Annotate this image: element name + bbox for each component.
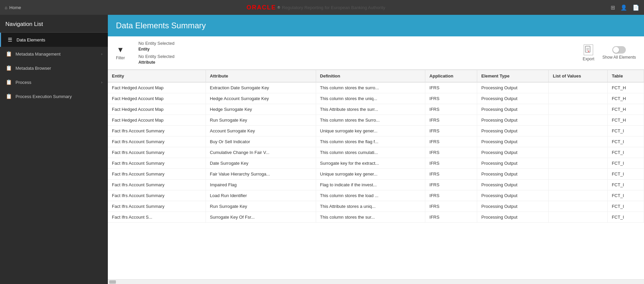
entity-row: No Entity Selected Entity bbox=[139, 40, 175, 52]
sidebar-item-process[interactable]: 📋 Process › bbox=[0, 75, 108, 89]
table-row[interactable]: Fact Ifrs Account SummaryDate Surrogate … bbox=[108, 158, 644, 168]
table-cell-11-1: Run Surrogate Key bbox=[206, 201, 316, 212]
sidebar-item-process-execution-summary-label: Process Execution Summary bbox=[16, 94, 102, 99]
entity-value: No Entity Selected bbox=[139, 40, 175, 46]
table-row[interactable]: Fact Ifrs Account S...Surrogate Key Of F… bbox=[108, 212, 644, 222]
table-header-row: Entity Attribute Definition Application … bbox=[108, 70, 644, 82]
entity-section: No Entity Selected Entity No Entity Sele… bbox=[139, 40, 175, 65]
table-cell-1-1: Hedge Account Surrogate Key bbox=[206, 93, 316, 104]
sidebar-item-process-execution-summary[interactable]: 📋 Process Execution Summary bbox=[0, 89, 108, 103]
export-icon: X bbox=[584, 44, 593, 55]
entity-label: Entity bbox=[139, 46, 175, 52]
data-table: Entity Attribute Definition Application … bbox=[108, 70, 644, 223]
table-cell-1-2: This column stores the uniq... bbox=[316, 93, 425, 104]
export-button[interactable]: X Export bbox=[583, 44, 594, 61]
table-cell-11-2: This Attribute stores a uniq... bbox=[316, 201, 425, 212]
table-cell-8-5 bbox=[549, 168, 608, 179]
table-row[interactable]: Fact Ifrs Account SummaryAccount Surroga… bbox=[108, 125, 644, 136]
table-cell-6-4: Processing Output bbox=[477, 147, 549, 158]
oracle-logo: ORACLE bbox=[246, 4, 276, 11]
table-row[interactable]: Fact Hedged Account MapHedge Account Sur… bbox=[108, 93, 644, 104]
table-cell-12-3: IFRS bbox=[425, 212, 477, 222]
top-bar-icons: ⊞ 👤 📄 bbox=[611, 4, 639, 11]
table-cell-5-2: This column stores the flag f... bbox=[316, 136, 425, 147]
table-cell-12-6: FCT_I bbox=[608, 212, 644, 222]
help-icon[interactable]: 📄 bbox=[633, 4, 639, 11]
sidebar-item-metadata-management[interactable]: 📋 Metadata Management › bbox=[0, 47, 108, 61]
process-execution-icon: 📋 bbox=[5, 93, 12, 99]
table-cell-0-6: FCT_H bbox=[608, 82, 644, 93]
oracle-registered: ® bbox=[277, 6, 280, 9]
table-cell-3-1: Run Surrogate Key bbox=[206, 115, 316, 125]
svg-text:X: X bbox=[588, 50, 589, 53]
table-cell-9-0: Fact Ifrs Account Summary bbox=[108, 179, 206, 190]
table-cell-2-6: FCT_H bbox=[608, 104, 644, 115]
table-cell-2-3: IFRS bbox=[425, 104, 477, 115]
data-elements-icon: ☰ bbox=[6, 37, 13, 43]
filter-button[interactable]: ▼ Filter bbox=[116, 45, 125, 60]
table-cell-7-3: IFRS bbox=[425, 158, 477, 168]
attribute-row: No Entity Selected Attribute bbox=[139, 54, 175, 65]
table-cell-4-1: Account Surrogate Key bbox=[206, 125, 316, 136]
sidebar-item-metadata-browser[interactable]: 📋 Metadata Browser bbox=[0, 61, 108, 75]
col-header-application: Application bbox=[425, 70, 477, 82]
table-cell-8-2: Unique surrogate key gener... bbox=[316, 168, 425, 179]
filter-icon: ▼ bbox=[117, 45, 124, 54]
process-chevron-right-icon: › bbox=[101, 80, 102, 84]
table-cell-10-5 bbox=[549, 190, 608, 201]
table-row[interactable]: Fact Ifrs Account SummaryLoad Run Identi… bbox=[108, 190, 644, 201]
horizontal-scrollbar[interactable] bbox=[108, 279, 644, 284]
data-table-container[interactable]: Entity Attribute Definition Application … bbox=[108, 70, 644, 279]
show-all-toggle[interactable] bbox=[612, 46, 626, 54]
table-cell-5-3: IFRS bbox=[425, 136, 477, 147]
apps-icon[interactable]: ⊞ bbox=[611, 4, 615, 11]
table-cell-5-1: Buy Or Sell Indicator bbox=[206, 136, 316, 147]
table-cell-0-4: Processing Output bbox=[477, 82, 549, 93]
table-cell-3-6: FCT_H bbox=[608, 115, 644, 125]
table-cell-0-1: Extraction Date Surrogate Key bbox=[206, 82, 316, 93]
table-cell-2-0: Fact Hedged Account Map bbox=[108, 104, 206, 115]
show-all-section: Show All Elements bbox=[603, 46, 636, 60]
table-cell-7-2: Surrogate key for the extract... bbox=[316, 158, 425, 168]
table-cell-4-4: Processing Output bbox=[477, 125, 549, 136]
user-icon[interactable]: 👤 bbox=[620, 4, 627, 11]
oracle-tagline: Regulatory Reporting for European Bankin… bbox=[282, 5, 385, 10]
table-cell-8-1: Fair Value Hierarchy Surroga... bbox=[206, 168, 316, 179]
home-link[interactable]: ⌂ Home bbox=[5, 5, 21, 10]
col-header-definition: Definition bbox=[316, 70, 425, 82]
table-cell-6-1: Cumulative Change In Fair V... bbox=[206, 147, 316, 158]
chevron-right-icon: › bbox=[101, 52, 102, 56]
table-cell-11-3: IFRS bbox=[425, 201, 477, 212]
home-label: Home bbox=[9, 5, 21, 10]
table-row[interactable]: Fact Hedged Account MapHedge Surrogate K… bbox=[108, 104, 644, 115]
table-row[interactable]: Fact Hedged Account MapRun Surrogate Key… bbox=[108, 115, 644, 125]
table-cell-8-3: IFRS bbox=[425, 168, 477, 179]
table-cell-9-3: IFRS bbox=[425, 179, 477, 190]
table-cell-7-6: FCT_I bbox=[608, 158, 644, 168]
scroll-thumb[interactable] bbox=[109, 280, 116, 284]
table-row[interactable]: Fact Ifrs Account SummaryRun Surrogate K… bbox=[108, 201, 644, 212]
table-cell-0-3: IFRS bbox=[425, 82, 477, 93]
table-cell-9-4: Processing Output bbox=[477, 179, 549, 190]
table-row[interactable]: Fact Ifrs Account SummaryBuy Or Sell Ind… bbox=[108, 136, 644, 147]
table-cell-3-4: Processing Output bbox=[477, 115, 549, 125]
table-cell-10-6: FCT_I bbox=[608, 190, 644, 201]
table-cell-4-6: FCT_I bbox=[608, 125, 644, 136]
show-all-label: Show All Elements bbox=[603, 55, 636, 60]
table-cell-6-5 bbox=[549, 147, 608, 158]
sidebar-item-metadata-management-label: Metadata Management bbox=[16, 52, 98, 57]
table-cell-8-0: Fact Ifrs Account Summary bbox=[108, 168, 206, 179]
table-cell-2-5 bbox=[549, 104, 608, 115]
table-row[interactable]: Fact Ifrs Account SummaryFair Value Hier… bbox=[108, 168, 644, 179]
sidebar-item-process-label: Process bbox=[16, 80, 98, 85]
col-header-entity: Entity bbox=[108, 70, 206, 82]
table-row[interactable]: Fact Ifrs Account SummaryCumulative Chan… bbox=[108, 147, 644, 158]
attribute-label: Attribute bbox=[139, 60, 175, 65]
table-cell-10-3: IFRS bbox=[425, 190, 477, 201]
table-cell-6-6: FCT_I bbox=[608, 147, 644, 158]
table-row[interactable]: Fact Ifrs Account SummaryImpaired FlagFl… bbox=[108, 179, 644, 190]
table-cell-4-3: IFRS bbox=[425, 125, 477, 136]
table-cell-8-6: FCT_I bbox=[608, 168, 644, 179]
sidebar-item-data-elements[interactable]: ☰ Data Elements bbox=[0, 33, 108, 47]
table-row[interactable]: Fact Hedged Account MapExtraction Date S… bbox=[108, 82, 644, 93]
